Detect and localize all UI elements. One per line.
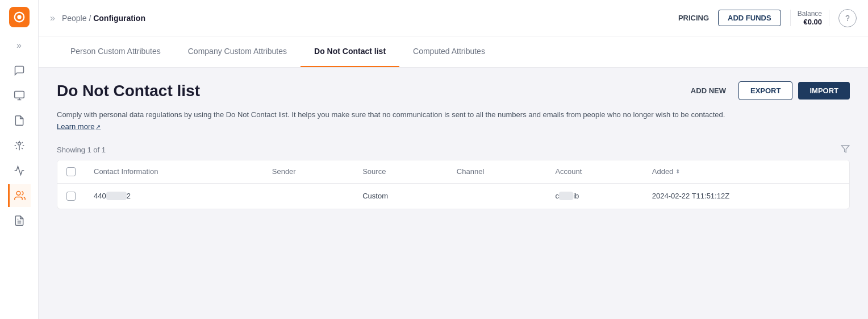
- tab-computed-attributes[interactable]: Computed Attributes: [399, 36, 499, 67]
- pricing-link[interactable]: PRICING: [678, 14, 709, 22]
- external-link-icon: ↗: [95, 123, 101, 130]
- app-logo[interactable]: [9, 7, 30, 27]
- header-actions: ADD NEW EXPORT IMPORT: [684, 81, 850, 100]
- export-button[interactable]: EXPORT: [738, 81, 792, 100]
- table-header: Contact Information Sender Source Channe…: [57, 160, 849, 184]
- row-checkbox-cell: [57, 183, 85, 209]
- th-channel: Channel: [448, 160, 546, 184]
- contact-blurred: ··········: [106, 192, 127, 200]
- add-funds-button[interactable]: ADD FUNDS: [718, 10, 781, 26]
- svg-point-1: [17, 15, 21, 19]
- topbar: » People / Configuration PRICING ADD FUN…: [39, 0, 868, 36]
- help-button[interactable]: ?: [838, 9, 857, 27]
- balance-amount: €0.00: [803, 18, 822, 26]
- th-checkbox: [57, 160, 85, 184]
- svg-marker-7: [841, 146, 849, 152]
- row-channel: [448, 183, 546, 209]
- notes-icon[interactable]: [8, 209, 31, 232]
- tabs-nav: Person Custom Attributes Company Custom …: [39, 36, 868, 68]
- th-sender: Sender: [263, 160, 353, 184]
- svg-rect-2: [14, 92, 24, 98]
- tab-company-custom[interactable]: Company Custom Attributes: [174, 36, 301, 67]
- contact-prefix: 440: [94, 192, 106, 200]
- dnc-table-element: Contact Information Sender Source Channe…: [57, 160, 849, 209]
- conversations-icon[interactable]: [8, 59, 31, 82]
- showing-count-bar: Showing 1 of 1: [57, 144, 850, 155]
- contacts-icon[interactable]: [8, 184, 31, 207]
- import-button[interactable]: IMPORT: [798, 82, 850, 100]
- page-title: Do Not Contact list: [57, 82, 684, 100]
- breadcrumb: People / Configuration: [62, 14, 671, 23]
- th-account: Account: [546, 160, 642, 184]
- tab-person-custom[interactable]: Person Custom Attributes: [57, 36, 174, 67]
- sort-arrows-icon: ⬍: [675, 168, 680, 175]
- content-area: Person Custom Attributes Company Custom …: [39, 36, 868, 319]
- row-added: 2024-02-22 T11:51:12Z: [643, 183, 849, 209]
- analytics-icon[interactable]: [8, 159, 31, 182]
- svg-point-3: [18, 142, 20, 145]
- balance-display: Balance €0.00: [790, 10, 829, 26]
- page-description: Comply with personal data regulations by…: [57, 109, 738, 133]
- select-all-checkbox[interactable]: [66, 167, 76, 176]
- account-suffix: ib: [573, 192, 579, 200]
- row-checkbox[interactable]: [66, 192, 76, 201]
- th-contact-information: Contact Information: [85, 160, 263, 184]
- expand-sidebar-icon[interactable]: »: [8, 34, 31, 57]
- balance-label: Balance: [798, 10, 822, 18]
- tab-do-not-contact[interactable]: Do Not Contact list: [301, 36, 399, 67]
- sidebar: »: [0, 0, 39, 319]
- account-blurred: ·······: [559, 192, 573, 200]
- main-content: » People / Configuration PRICING ADD FUN…: [39, 0, 868, 319]
- contact-suffix: 2: [127, 192, 131, 200]
- svg-point-4: [16, 192, 20, 196]
- table-row: 440··········2 Custom c·······ib 2024-02…: [57, 183, 849, 209]
- row-source: Custom: [353, 183, 448, 209]
- dnc-table: Contact Information Sender Source Channe…: [57, 160, 850, 209]
- showing-count-text: Showing 1 of 1: [57, 146, 106, 154]
- add-new-button[interactable]: ADD NEW: [684, 82, 733, 100]
- topbar-chevron-icon[interactable]: »: [50, 13, 55, 23]
- learn-more-link[interactable]: Learn more↗: [57, 122, 101, 131]
- breadcrumb-current: Configuration: [93, 14, 145, 23]
- campaigns-icon[interactable]: [8, 109, 31, 132]
- automations-icon[interactable]: [8, 134, 31, 157]
- account-prefix: c: [555, 192, 559, 200]
- table-body: 440··········2 Custom c·······ib 2024-02…: [57, 183, 849, 209]
- page-body: Do Not Contact list ADD NEW EXPORT IMPOR…: [39, 68, 868, 223]
- page-header: Do Not Contact list ADD NEW EXPORT IMPOR…: [57, 81, 850, 100]
- th-source: Source: [353, 160, 448, 184]
- row-sender: [263, 183, 353, 209]
- filter-icon[interactable]: [841, 144, 850, 155]
- th-added[interactable]: Added ⬍: [643, 160, 849, 184]
- row-account: c·······ib: [546, 183, 642, 209]
- breadcrumb-prefix: People /: [62, 14, 93, 23]
- integrations-icon[interactable]: [8, 84, 31, 107]
- row-contact-info: 440··········2: [85, 183, 263, 209]
- topbar-actions: PRICING ADD FUNDS Balance €0.00 ?: [678, 9, 857, 27]
